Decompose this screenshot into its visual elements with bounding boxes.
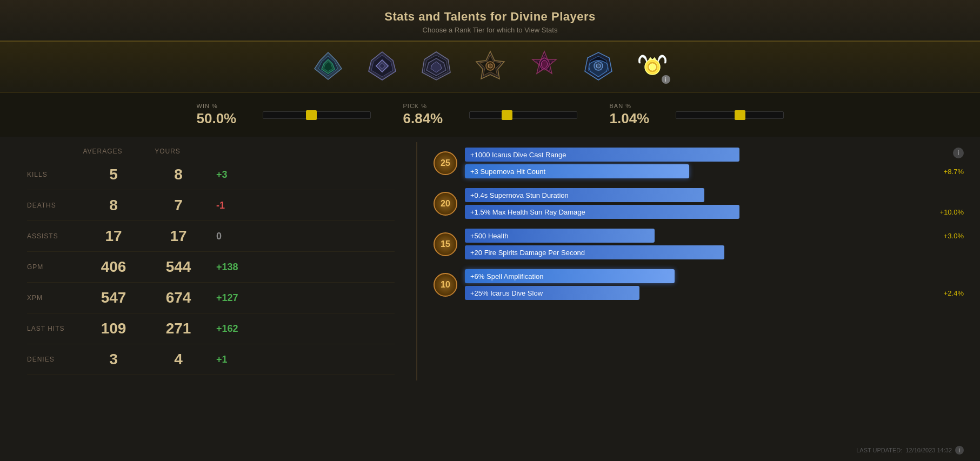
gpm-diff: +138: [211, 262, 254, 273]
page-subtitle: Choose a Rank Tier for which to View Sta…: [11, 26, 969, 34]
talents-info-icon[interactable]: i: [953, 148, 964, 158]
yours-col-header: YOURS: [135, 148, 200, 155]
pick-pct-block: PICK % 6.84%: [387, 98, 594, 131]
tier-15-talent-1-pct: +3.0%: [937, 232, 964, 240]
xpm-avg: 547: [81, 289, 146, 306]
tier-25-bars: +1000 Icarus Dive Cast Range +3 Supernov…: [465, 148, 964, 178]
right-panel: i 25 +1000 Icarus Dive Cast Range +3 Sup…: [423, 142, 980, 380]
tier-15-talent-1-bar[interactable]: +500 Health: [465, 229, 655, 243]
panel-divider: [416, 142, 417, 380]
talent-tier-10: 10 +6% Spell Amplification +25% Icarus D…: [434, 269, 964, 300]
assists-row: ASSISTS 17 17 0: [27, 221, 395, 252]
lasthits-row: LAST HITS 109 271 +162: [27, 313, 395, 344]
kills-yours: 8: [146, 166, 211, 183]
tier-10-talent-2-pct: +2.4%: [937, 289, 964, 297]
tier-10-badge: 10: [434, 273, 457, 297]
tier-10-talent-2-row: +25% Icarus Dive Slow +2.4%: [465, 286, 964, 300]
left-panel: AVERAGES YOURS KILLS 5 8 +3 DEATHS 8 7 -…: [0, 142, 411, 380]
xpm-diff: +127: [211, 292, 254, 304]
deaths-label: DEATHS: [27, 202, 81, 209]
kills-avg: 5: [81, 166, 146, 183]
page-wrapper: Stats and Talents for Divine Players Cho…: [0, 0, 980, 461]
gpm-row: GPM 406 544 +138: [27, 252, 395, 283]
tier-20-talent-1-row: +0.4s Supernova Stun Duration: [465, 188, 964, 202]
rank-row: i: [0, 42, 980, 93]
pick-pct-label: PICK %: [403, 103, 463, 109]
tier-20-talent-2-pct: +10.0%: [937, 208, 964, 216]
xpm-yours: 674: [146, 289, 211, 306]
page-title: Stats and Talents for Divine Players: [11, 10, 969, 24]
assists-avg: 17: [81, 228, 146, 245]
deaths-avg: 8: [81, 197, 146, 214]
deaths-yours: 7: [146, 197, 211, 214]
stats-bar: WIN % 50.0% PICK % 6.84% BAN % 1.04%: [0, 93, 980, 137]
denies-label: DENIES: [27, 356, 81, 363]
svg-point-20: [649, 64, 656, 70]
ban-pct-slider[interactable]: [676, 111, 784, 119]
tier-15-talent-2-row: +20 Fire Spirits Damage Per Second: [465, 245, 964, 259]
kills-diff: +3: [211, 169, 254, 181]
tier-25-talent-2-bar[interactable]: +3 Supernova Hit Count: [465, 164, 689, 178]
xpm-label: XPM: [27, 294, 81, 302]
tier-10-talent-1-bar[interactable]: +6% Spell Amplification: [465, 269, 675, 283]
denies-yours: 4: [146, 351, 211, 368]
pick-pct-thumb[interactable]: [502, 110, 512, 120]
win-pct-thumb[interactable]: [306, 110, 317, 120]
rank-icon-7[interactable]: i: [634, 47, 671, 85]
pick-pct-value: 6.84%: [403, 110, 463, 127]
column-headers: AVERAGES YOURS: [70, 148, 395, 159]
tier-10-bars: +6% Spell Amplification +25% Icarus Dive…: [465, 269, 964, 300]
xpm-row: XPM 547 674 +127: [27, 283, 395, 313]
ban-pct-thumb[interactable]: [735, 110, 745, 120]
deaths-row: DEATHS 8 7 -1: [27, 190, 395, 221]
tier-20-talent-2-bar[interactable]: +1.5% Max Health Sun Ray Damage: [465, 205, 739, 219]
header: Stats and Talents for Divine Players Cho…: [0, 0, 980, 42]
tier-25-talent-1-bar[interactable]: +1000 Icarus Dive Cast Range: [465, 148, 739, 162]
tier-20-talent-2-row: +1.5% Max Health Sun Ray Damage +10.0%: [465, 205, 964, 219]
rank-icon-1[interactable]: [309, 47, 347, 85]
tier-25-talent-1-row: +1000 Icarus Dive Cast Range: [465, 148, 964, 162]
talent-tier-15: 15 +500 Health +3.0% +20 Fire Spirits Da…: [434, 229, 964, 259]
denies-row: DENIES 3 4 +1: [27, 344, 395, 375]
lasthits-avg: 109: [81, 320, 146, 337]
svg-point-15: [488, 64, 492, 68]
tier-20-talent-1-bar[interactable]: +0.4s Supernova Stun Duration: [465, 188, 704, 202]
rank-icon-3[interactable]: [417, 47, 455, 85]
talent-tier-20: 20 +0.4s Supernova Stun Duration +1.5% M…: [434, 188, 964, 219]
tier-20-bars: +0.4s Supernova Stun Duration +1.5% Max …: [465, 188, 964, 219]
tier-25-badge: 25: [434, 151, 457, 175]
tier-15-badge: 15: [434, 232, 457, 256]
ban-pct-value: 1.04%: [610, 110, 669, 127]
ban-pct-label: BAN %: [610, 103, 669, 109]
svg-point-17: [596, 64, 601, 68]
last-updated-value: 12/10/2023 14:32: [905, 447, 952, 453]
footer: LAST UPDATED: 12/10/2023 14:32 i: [856, 446, 964, 455]
lasthits-diff: +162: [211, 323, 254, 335]
pick-pct-slider[interactable]: [469, 111, 577, 119]
tier-10-talent-2-bar[interactable]: +25% Icarus Dive Slow: [465, 286, 639, 300]
win-pct-value: 50.0%: [197, 110, 256, 127]
rank-info-badge[interactable]: i: [662, 75, 670, 84]
assists-label: ASSISTS: [27, 232, 81, 240]
tier-25-talent-2-row: +3 Supernova Hit Count +8.7%: [465, 164, 964, 178]
win-pct-label: WIN %: [197, 103, 256, 109]
tier-20-badge: 20: [434, 192, 457, 216]
rank-icon-6[interactable]: [579, 47, 617, 85]
gpm-yours: 544: [146, 258, 211, 276]
ban-pct-block: BAN % 1.04%: [594, 98, 800, 131]
kills-row: KILLS 5 8 +3: [27, 159, 395, 190]
tier-15-talent-1-row: +500 Health +3.0%: [465, 229, 964, 243]
last-updated-label: LAST UPDATED:: [856, 447, 902, 453]
talent-tier-25: 25 +1000 Icarus Dive Cast Range +3 Super…: [434, 148, 964, 178]
gpm-label: GPM: [27, 263, 81, 271]
tier-25-talent-2-pct: +8.7%: [937, 168, 964, 176]
footer-info-icon[interactable]: i: [955, 446, 964, 455]
win-pct-slider[interactable]: [263, 111, 371, 119]
rank-icon-5[interactable]: [525, 47, 563, 85]
lasthits-label: LAST HITS: [27, 325, 81, 332]
rank-icon-2[interactable]: [363, 47, 401, 85]
assists-yours: 17: [146, 228, 211, 245]
tier-15-talent-2-bar[interactable]: +20 Fire Spirits Damage Per Second: [465, 245, 724, 259]
assists-diff: 0: [211, 231, 254, 242]
rank-icon-4[interactable]: [471, 47, 509, 85]
